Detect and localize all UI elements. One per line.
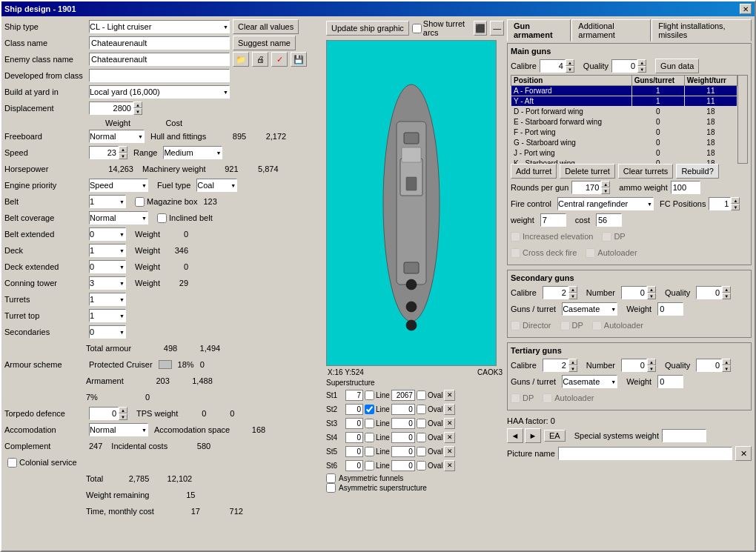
super-val-input[interactable]: [345, 404, 363, 415]
super-val-input[interactable]: [345, 460, 363, 471]
clear-all-button[interactable]: Clear all values: [233, 19, 299, 34]
ter-quality-down[interactable]: ▼: [722, 365, 731, 372]
check-icon-btn[interactable]: ✓: [271, 52, 288, 67]
super-check[interactable]: [365, 447, 374, 456]
left-arrow-btn[interactable]: ◄: [507, 428, 523, 443]
turret-icon-btn-1[interactable]: ⬛: [474, 21, 488, 36]
ter-number-up[interactable]: ▲: [647, 359, 656, 365]
deck-ext-select[interactable]: 0: [89, 260, 126, 273]
super-x-btn[interactable]: ✕: [444, 418, 455, 429]
super-oval-input[interactable]: [391, 446, 415, 457]
ea-button[interactable]: EA: [544, 430, 566, 442]
super-val-input[interactable]: [345, 446, 363, 457]
sec-calibre-down[interactable]: ▼: [568, 293, 577, 299]
super-oval-input[interactable]: [391, 390, 415, 401]
super-check[interactable]: [365, 419, 374, 428]
super-val-input[interactable]: [345, 390, 363, 401]
ter-number-down[interactable]: ▼: [647, 365, 656, 372]
suggest-name-button[interactable]: Suggest name: [233, 36, 296, 50]
table-row[interactable]: E - Starboard forward wing 0 18: [511, 117, 737, 127]
tab-gun-armament[interactable]: Gun armament: [507, 19, 571, 41]
asymmetric-funnels-check[interactable]: [326, 473, 336, 483]
torpedo-down[interactable]: ▼: [119, 413, 127, 420]
rounds-input[interactable]: [571, 181, 601, 194]
add-turret-button[interactable]: Add turret: [511, 164, 557, 179]
super-x-btn[interactable]: ✕: [444, 446, 455, 457]
picture-x-btn[interactable]: ✕: [735, 446, 752, 461]
super-x-btn[interactable]: ✕: [444, 390, 455, 401]
range-select[interactable]: Medium: [163, 146, 222, 159]
super-check[interactable]: [365, 405, 374, 414]
fc-up[interactable]: ▲: [731, 197, 740, 204]
gun-data-button[interactable]: Gun data: [655, 59, 699, 73]
save-icon-btn[interactable]: 💾: [291, 52, 307, 67]
inclined-belt-check[interactable]: [157, 213, 167, 223]
table-row[interactable]: K - Starboard wing 0 18: [511, 159, 737, 164]
ter-quality-up[interactable]: ▲: [722, 359, 731, 365]
super-oval-check[interactable]: [417, 390, 426, 400]
belt-select[interactable]: 1: [89, 195, 126, 208]
build-select[interactable]: Local yard (16,000): [89, 85, 230, 99]
displacement-up[interactable]: ▲: [133, 102, 142, 108]
ter-quality-input[interactable]: [696, 359, 722, 372]
torpedo-input[interactable]: [89, 407, 119, 420]
delete-turret-button[interactable]: Delete turret: [560, 164, 615, 179]
belt-ext-select[interactable]: 0: [89, 227, 126, 241]
fuel-select[interactable]: Coal: [196, 179, 237, 192]
super-oval-input[interactable]: [391, 432, 415, 443]
sec-number-up[interactable]: ▲: [647, 286, 656, 293]
fc-cost-input[interactable]: [596, 213, 622, 227]
quality-down[interactable]: ▼: [637, 66, 646, 73]
special-systems-input[interactable]: [662, 429, 706, 442]
ammo-weight-input[interactable]: [671, 181, 700, 194]
tab-flight-installations[interactable]: Flight installations, missiles: [651, 19, 752, 41]
super-x-btn[interactable]: ✕: [444, 404, 455, 415]
show-turret-arcs-check[interactable]: [412, 24, 422, 33]
colonial-check[interactable]: [7, 458, 17, 468]
super-x-btn[interactable]: ✕: [444, 432, 455, 443]
sec-number-down[interactable]: ▼: [647, 293, 656, 299]
open-icon-btn[interactable]: 📁: [233, 52, 249, 67]
sec-guns-turret-select[interactable]: Casemate: [562, 302, 617, 316]
enemy-class-input[interactable]: [89, 53, 230, 66]
ter-calibre-down[interactable]: ▼: [568, 365, 577, 372]
sec-calibre-up[interactable]: ▲: [568, 286, 577, 293]
table-row[interactable]: G - Starboard wing 0 18: [511, 138, 737, 148]
sec-weight-input[interactable]: [657, 302, 683, 316]
table-row[interactable]: A - Forward 1 11: [511, 86, 737, 96]
quality-input[interactable]: [611, 59, 637, 73]
ter-weight-input[interactable]: [657, 375, 683, 388]
conning-select[interactable]: 3: [89, 276, 126, 290]
super-oval-input[interactable]: [391, 404, 415, 415]
speed-up[interactable]: ▲: [119, 146, 127, 153]
turrets-select[interactable]: 1: [89, 293, 126, 306]
freeboard-select[interactable]: Normal: [89, 130, 145, 143]
displacement-input[interactable]: [89, 102, 133, 115]
developed-input[interactable]: [89, 69, 230, 82]
super-val-input[interactable]: [345, 432, 363, 443]
sec-number-input[interactable]: [621, 286, 647, 299]
fire-control-select[interactable]: Central rangefinder: [557, 197, 654, 210]
sec-quality-down[interactable]: ▼: [722, 293, 731, 299]
ter-guns-turret-select[interactable]: Casemate: [562, 375, 617, 388]
super-check[interactable]: [365, 390, 374, 400]
fc-positions-input[interactable]: [709, 197, 731, 210]
picture-name-input[interactable]: [558, 447, 732, 460]
deck-select[interactable]: 1: [89, 244, 126, 257]
engine-select[interactable]: Speed: [89, 179, 148, 192]
ter-calibre-input[interactable]: [543, 359, 568, 372]
gun-table-scrollbar[interactable]: [737, 75, 748, 164]
secondaries-select[interactable]: 0: [89, 325, 126, 339]
magazine-box-check[interactable]: [135, 197, 145, 207]
super-oval-check[interactable]: [417, 405, 426, 414]
table-row[interactable]: Y - Aft 1 11: [511, 96, 737, 107]
asymmetric-super-check[interactable]: [326, 483, 336, 493]
sec-calibre-input[interactable]: [543, 286, 568, 299]
super-oval-check[interactable]: [417, 419, 426, 428]
accommodation-select[interactable]: Normal: [89, 423, 148, 436]
super-val-input[interactable]: [345, 418, 363, 429]
close-button[interactable]: ✕: [740, 4, 752, 14]
super-check[interactable]: [365, 433, 374, 442]
belt-coverage-select[interactable]: Normal: [89, 211, 148, 225]
rounds-down[interactable]: ▼: [601, 187, 610, 194]
